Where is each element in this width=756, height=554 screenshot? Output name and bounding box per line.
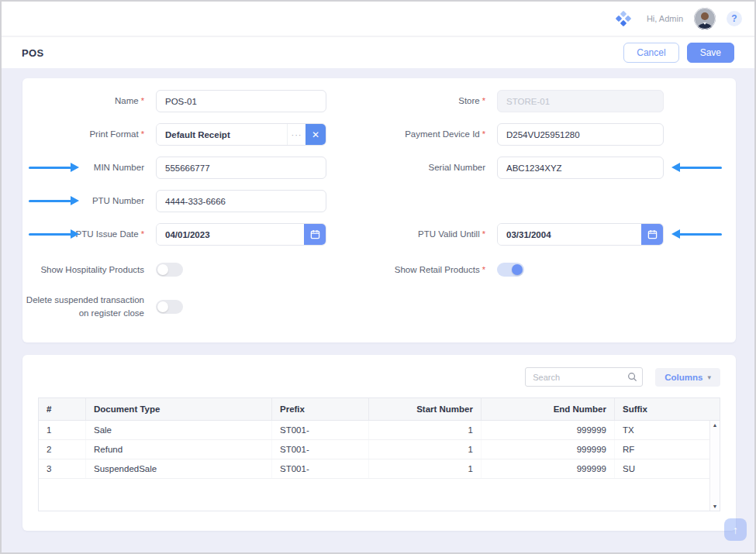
name-label: Name — [115, 96, 139, 105]
annotation-arrow-ptu-valid-untill — [679, 233, 722, 236]
cell-document-type: Refund — [86, 440, 272, 459]
delete-suspended-label-line2: on register close — [22, 307, 144, 320]
annotation-arrow-ptu-number — [29, 200, 71, 202]
col-header-prefix[interactable]: Prefix — [272, 398, 369, 420]
col-header-index[interactable]: # — [39, 398, 86, 420]
serial-number-label: Serial Number — [429, 163, 486, 172]
chevron-down-icon: ▾ — [707, 373, 711, 381]
payment-device-id-input[interactable] — [497, 123, 664, 146]
show-hospitality-toggle[interactable] — [156, 263, 183, 277]
search-box — [525, 367, 643, 387]
clear-icon[interactable]: ✕ — [306, 124, 326, 145]
document-types-card: Columns ▾ # Document Type Prefix Start N… — [22, 355, 736, 531]
delete-suspended-toggle[interactable] — [156, 300, 183, 314]
scrollbar-down-icon[interactable]: ▼ — [713, 504, 718, 509]
show-retail-toggle[interactable] — [497, 263, 524, 277]
topbar: Hi, Admin ? — [2, 2, 754, 36]
field-row-serial-number: Serial Number — [379, 151, 736, 184]
print-format-input[interactable] — [157, 124, 287, 145]
save-button[interactable]: Save — [687, 43, 734, 63]
page-title: POS — [22, 47, 43, 59]
annotation-arrow-min-number — [29, 167, 71, 169]
print-format-label: Print Format — [89, 129, 138, 139]
col-header-suffix[interactable]: Suffix — [615, 398, 720, 420]
required-marker: * — [482, 265, 485, 274]
show-hospitality-label: Show Hospitality Products — [40, 265, 144, 274]
search-input[interactable] — [525, 367, 643, 387]
apps-grid-icon[interactable] — [616, 11, 631, 26]
field-row-print-format: Print Format* ··· ✕ — [22, 118, 379, 151]
cell-prefix: ST001- — [272, 440, 369, 459]
annotation-arrow-ptu-issue-date — [29, 233, 71, 236]
cell-end-number: 999999 — [482, 440, 615, 459]
field-row-payment-device-id: Payment Device Id* — [379, 118, 736, 151]
print-format-lookup: ··· ✕ — [156, 123, 326, 146]
ptu-valid-untill-label: PTU Valid Untill — [418, 229, 480, 239]
cell-index: 1 — [39, 421, 86, 439]
columns-button[interactable]: Columns ▾ — [655, 368, 720, 387]
calendar-icon[interactable] — [641, 224, 663, 245]
table-header-row: # Document Type Prefix Start Number End … — [39, 398, 720, 421]
required-marker: * — [482, 229, 485, 239]
store-input — [497, 90, 664, 112]
min-number-input[interactable] — [156, 157, 326, 179]
ptu-issue-date-label: PTU Issue Date — [76, 229, 139, 239]
delete-suspended-label-line1: Delete suspended transaction — [22, 294, 144, 307]
cell-start-number: 1 — [369, 440, 482, 459]
required-marker: * — [141, 129, 144, 139]
col-header-end-number[interactable]: End Number — [482, 398, 615, 420]
name-input[interactable] — [156, 90, 326, 112]
cell-prefix: ST001- — [272, 421, 369, 439]
table-row[interactable]: 2 Refund ST001- 1 999999 RF — [39, 440, 720, 459]
cell-end-number: 999999 — [482, 459, 615, 478]
min-number-label: MIN Number — [94, 163, 144, 172]
required-marker: * — [482, 129, 485, 139]
field-row-store: Store* — [379, 84, 736, 118]
app-window: Hi, Admin ? POS Cancel Save — [0, 0, 756, 554]
ptu-valid-untill-field — [497, 223, 664, 246]
field-row-ptu-issue-date: PTU Issue Date* — [22, 218, 379, 251]
store-label: Store — [458, 96, 480, 105]
cell-prefix: ST001- — [272, 459, 369, 478]
cell-suffix: SU — [615, 459, 720, 478]
page-header: POS Cancel Save — [2, 36, 754, 68]
field-row-show-hospitality: Show Hospitality Products — [22, 251, 379, 288]
avatar[interactable] — [694, 8, 716, 29]
table-scrollbar[interactable]: ▲ ▼ — [709, 421, 720, 511]
field-row-ptu-valid-untill: PTU Valid Untill* — [379, 218, 736, 251]
field-row-ptu-number: PTU Number — [22, 184, 379, 218]
col-header-document-type[interactable]: Document Type — [86, 398, 272, 420]
required-marker: * — [141, 96, 144, 105]
ptu-number-label: PTU Number — [92, 196, 144, 205]
required-marker: * — [141, 229, 144, 239]
cell-suffix: RF — [615, 440, 720, 459]
cancel-button[interactable]: Cancel — [623, 43, 678, 63]
required-marker: * — [482, 96, 485, 105]
cell-suffix: TX — [615, 421, 720, 439]
payment-device-id-label: Payment Device Id — [405, 129, 480, 139]
field-row-show-retail: Show Retail Products* — [379, 251, 736, 288]
ptu-valid-untill-input[interactable] — [498, 224, 641, 245]
pos-form-card: Name* Print Format* ··· ✕ MIN Numbe — [22, 78, 736, 342]
scrollbar-up-icon[interactable]: ▲ — [713, 422, 718, 428]
columns-button-label: Columns — [665, 373, 702, 382]
cell-end-number: 999999 — [482, 421, 615, 439]
scroll-to-top-button[interactable]: ↑ — [724, 518, 747, 541]
calendar-icon[interactable] — [304, 224, 326, 245]
lookup-ellipsis-icon[interactable]: ··· — [287, 124, 306, 145]
ptu-number-input[interactable] — [156, 190, 326, 212]
search-icon — [627, 371, 637, 385]
document-types-table: # Document Type Prefix Start Number End … — [38, 397, 720, 511]
cell-document-type: SuspendedSale — [86, 459, 272, 478]
table-row[interactable]: 1 Sale ST001- 1 999999 TX — [39, 421, 720, 440]
serial-number-input[interactable] — [497, 157, 664, 179]
show-retail-label: Show Retail Products — [395, 265, 480, 274]
cell-index: 2 — [39, 440, 86, 459]
ptu-issue-date-input[interactable] — [157, 224, 304, 245]
cell-index: 3 — [39, 459, 86, 478]
table-row[interactable]: 3 SuspendedSale ST001- 1 999999 SU — [39, 459, 720, 479]
cell-start-number: 1 — [369, 421, 482, 439]
help-icon[interactable]: ? — [727, 11, 742, 26]
col-header-start-number[interactable]: Start Number — [369, 398, 482, 420]
annotation-arrow-serial-number — [679, 167, 722, 169]
